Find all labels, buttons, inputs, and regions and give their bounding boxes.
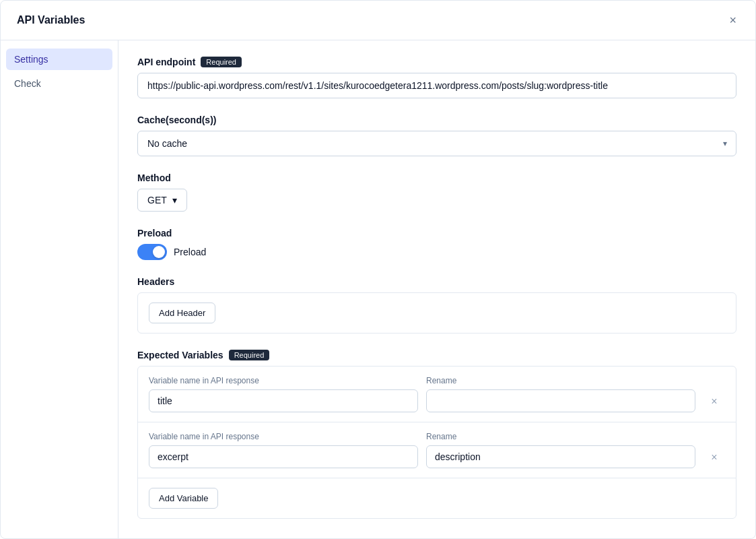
endpoint-section: API endpoint Required — [137, 57, 736, 98]
cache-select-wrapper: No cache 60 300 600 3600 ▾ — [137, 131, 736, 156]
endpoint-label: API endpoint Required — [137, 57, 736, 67]
rename-col-1: Rename — [426, 376, 695, 412]
add-header-button[interactable]: Add Header — [149, 303, 215, 323]
variable-col-1: Variable name in API response — [149, 376, 418, 412]
preload-toggle-label: Preload — [174, 247, 206, 257]
variables-box: Variable name in API response Rename × — [137, 366, 736, 519]
cache-label: Cache(second(s)) — [137, 115, 736, 125]
variable-row-2-grid: Variable name in API response Rename × — [149, 432, 725, 468]
variable-col-2: Variable name in API response — [149, 432, 418, 468]
modal-body: Settings Check API endpoint Required Cac… — [1, 40, 755, 538]
variable-col-label-2: Variable name in API response — [149, 432, 418, 441]
close-button[interactable]: × — [726, 11, 739, 29]
preload-toggle[interactable] — [137, 244, 167, 260]
sidebar: Settings Check — [1, 40, 118, 538]
expected-variables-required-badge: Required — [229, 350, 270, 360]
method-button[interactable]: GET ▾ — [137, 189, 187, 212]
cache-select[interactable]: No cache 60 300 600 3600 — [137, 131, 736, 156]
preload-section: Preload Preload — [137, 228, 736, 260]
variable-input-2[interactable] — [149, 445, 418, 468]
rename-col-label-2: Rename — [426, 432, 695, 441]
variable-row-2: Variable name in API response Rename × — [138, 422, 736, 478]
toggle-thumb — [153, 246, 165, 258]
preload-toggle-wrapper: Preload — [137, 244, 736, 260]
method-chevron-icon: ▾ — [172, 195, 177, 205]
variable-row-1-grid: Variable name in API response Rename × — [149, 376, 725, 412]
rename-col-2: Rename — [426, 432, 695, 468]
method-label: Method — [137, 172, 736, 183]
method-section: Method GET ▾ — [137, 172, 736, 212]
toggle-track — [137, 244, 167, 260]
cache-section: Cache(second(s)) No cache 60 300 600 360… — [137, 115, 736, 156]
rename-input-1[interactable] — [426, 389, 695, 412]
add-variable-row: Add Variable — [138, 478, 736, 518]
main-content: API endpoint Required Cache(second(s)) N… — [118, 40, 755, 538]
modal-header: API Variables × — [1, 1, 755, 40]
remove-variable-2-button[interactable]: × — [703, 447, 725, 468]
sidebar-item-check[interactable]: Check — [6, 73, 112, 94]
modal-container: API Variables × Settings Check API endpo… — [0, 0, 756, 539]
headers-label: Headers — [137, 276, 736, 287]
sidebar-item-settings[interactable]: Settings — [6, 49, 112, 70]
add-variable-button[interactable]: Add Variable — [149, 488, 218, 509]
endpoint-input[interactable] — [137, 73, 736, 98]
variable-row-1: Variable name in API response Rename × — [138, 367, 736, 422]
expected-variables-section: Expected Variables Required Variable nam… — [137, 350, 736, 519]
method-value: GET — [147, 195, 167, 205]
remove-variable-1-button[interactable]: × — [703, 391, 725, 412]
headers-box: Add Header — [137, 292, 736, 334]
headers-section: Headers Add Header — [137, 276, 736, 334]
endpoint-required-badge: Required — [201, 57, 242, 67]
modal-title: API Variables — [17, 14, 85, 26]
variable-input-1[interactable] — [149, 389, 418, 412]
expected-variables-label: Expected Variables Required — [137, 350, 736, 360]
preload-section-label: Preload — [137, 228, 736, 239]
rename-col-label-1: Rename — [426, 376, 695, 385]
variable-col-label-1: Variable name in API response — [149, 376, 418, 385]
rename-input-2[interactable] — [426, 445, 695, 468]
